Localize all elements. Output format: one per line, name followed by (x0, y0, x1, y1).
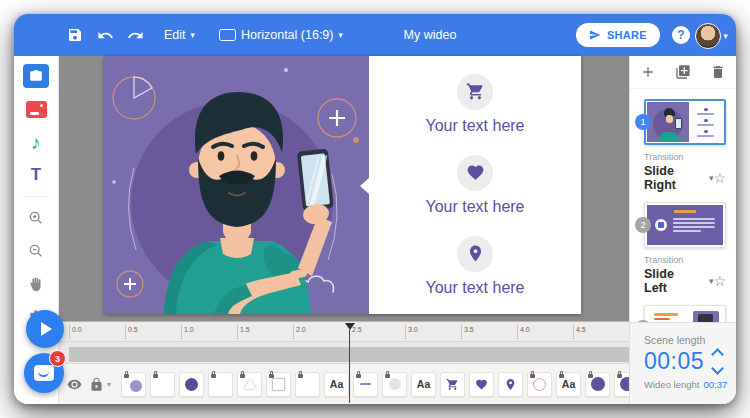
chat-icon (34, 365, 54, 381)
mini-lock-icon (269, 374, 274, 378)
scene-length-label: Scene length (644, 334, 736, 346)
chevron-down-icon[interactable]: ▾ (107, 380, 111, 389)
layer-thumbnail-text[interactable]: Aa (556, 372, 581, 397)
mini-lock-icon (211, 374, 216, 378)
help-button[interactable]: ? (672, 26, 690, 44)
top-toolbar: Edit ▾ Horizontal (16:9) ▾ My wideo SHAR… (14, 14, 736, 56)
layer-thumbnail-pin[interactable] (498, 372, 523, 397)
canvas-text[interactable]: Your text here (425, 279, 524, 297)
account-menu[interactable]: ▾ (695, 23, 728, 49)
project-title[interactable]: My wideo (404, 28, 457, 42)
menu-icon[interactable] (29, 14, 46, 56)
layer-thumbnail-dark-circle[interactable] (179, 372, 204, 397)
zoom-in-icon (28, 210, 44, 226)
layer-thumbnails: AaAaAa (121, 372, 629, 397)
layer-thumbnail-heart[interactable] (469, 372, 494, 397)
slide-3-thumbnail[interactable] (644, 305, 726, 322)
layer-thumbnail-cart[interactable] (440, 372, 465, 397)
slide-row: 2 (644, 202, 726, 248)
canvas-text[interactable]: Your text here (425, 198, 524, 216)
slide-row: 3 (644, 305, 726, 322)
chevron-down-icon: ▾ (723, 31, 728, 41)
canvas-text[interactable]: Your text here (425, 117, 524, 135)
chevron-down-icon: ▾ (191, 30, 196, 40)
star-icon[interactable]: ☆ (713, 170, 726, 186)
mini-lock-icon (298, 374, 303, 378)
star-icon[interactable]: ☆ (713, 273, 726, 289)
layer-thumbnail-empty[interactable] (150, 372, 175, 397)
canvas-text-block[interactable]: Your text here (425, 68, 524, 141)
tool-zoom-out[interactable] (23, 239, 49, 263)
layer-thumbnail-orange-ring[interactable] (527, 372, 552, 397)
decrement-icon[interactable] (711, 362, 724, 375)
timeline: 0.00.51.01.52.02.53.03.54.04.55.0 ▾ AaAa… (59, 321, 629, 404)
share-button-label: SHARE (607, 29, 647, 41)
video-length-value: 00:37 (703, 379, 727, 390)
mini-lock-icon (559, 374, 564, 378)
slide-2-preview (647, 205, 723, 245)
ruler-tick: 4.0 (517, 324, 530, 339)
save-button[interactable] (60, 14, 90, 56)
canvas[interactable]: Your text here Your text here (104, 56, 581, 314)
transition-control: Transition Slide Right ▾ ☆ (644, 152, 726, 192)
camera-icon (29, 69, 43, 83)
layer-thumbnail-empty[interactable] (208, 372, 233, 397)
transition-select[interactable]: Slide Left (644, 267, 699, 295)
canvas-text-block[interactable]: Your text here (425, 230, 524, 303)
canvas-illustration[interactable] (104, 56, 369, 314)
edit-menu[interactable]: Edit ▾ (164, 28, 195, 42)
ruler-tick: 3.5 (461, 324, 474, 339)
tool-pan[interactable] (23, 272, 49, 296)
eye-icon[interactable] (67, 377, 82, 392)
play-button[interactable] (26, 310, 64, 348)
slide-2-thumbnail[interactable] (644, 202, 726, 248)
format-selector[interactable]: Horizontal (16:9) ▾ (219, 28, 343, 42)
tool-images[interactable] (23, 97, 49, 121)
lock-icon[interactable] (89, 377, 104, 392)
transition-label: Transition (644, 152, 726, 162)
layer-thumbnail-square[interactable] (266, 372, 291, 397)
slide-1-thumbnail[interactable] (644, 99, 726, 145)
playhead-line (349, 330, 350, 403)
layer-thumbnail-gray-circle[interactable] (382, 372, 407, 397)
mini-lock-icon (240, 374, 245, 378)
transition-label: Transition (644, 255, 726, 265)
mini-lock-icon (153, 374, 158, 378)
tool-music[interactable]: ♪ (23, 130, 49, 154)
canvas-text-block[interactable]: Your text here (425, 149, 524, 222)
send-icon (589, 29, 601, 41)
increment-icon[interactable] (711, 348, 724, 361)
redo-icon (127, 27, 144, 44)
music-icon: ♪ (31, 133, 41, 152)
duplicate-slide-icon[interactable] (675, 64, 691, 80)
image-icon (26, 101, 47, 118)
tool-text[interactable]: T (23, 163, 49, 187)
redo-button[interactable] (120, 14, 150, 56)
chat-support-button[interactable]: 3 (24, 353, 64, 393)
layer-thumbnail-purple-circle[interactable] (614, 372, 629, 397)
tool-scenes[interactable] (23, 64, 49, 88)
screenshot-stage: Edit ▾ Horizontal (16:9) ▾ My wideo SHAR… (0, 0, 750, 418)
mini-lock-icon (385, 374, 390, 378)
play-icon (41, 322, 52, 336)
layer-thumbnail-purple-circle[interactable] (585, 372, 610, 397)
transition-select[interactable]: Slide Right (644, 164, 699, 192)
add-slide-icon[interactable] (640, 64, 656, 80)
zoom-out-icon (28, 243, 44, 259)
man-with-phone-illustration (104, 56, 369, 314)
layer-thumbnail-text[interactable]: Aa (411, 372, 436, 397)
scene-length-value: 00:05 (644, 348, 704, 375)
slide-3-preview (647, 308, 723, 322)
slides-toolbar (630, 56, 736, 89)
delete-slide-icon[interactable] (710, 64, 726, 80)
layer-thumbnail-purple-blob[interactable] (121, 372, 146, 397)
share-button[interactable]: SHARE (576, 23, 660, 47)
tool-zoom-in[interactable] (23, 206, 49, 230)
layer-thumbnail-dash[interactable] (353, 372, 378, 397)
layer-thumbnail-triangle[interactable] (237, 372, 262, 397)
layer-thumbnail-empty[interactable] (295, 372, 320, 397)
undo-button[interactable] (90, 14, 120, 56)
workspace: Your text here Your text here (59, 56, 629, 321)
playhead[interactable] (344, 323, 355, 403)
text-tool-icon: T (31, 165, 41, 185)
